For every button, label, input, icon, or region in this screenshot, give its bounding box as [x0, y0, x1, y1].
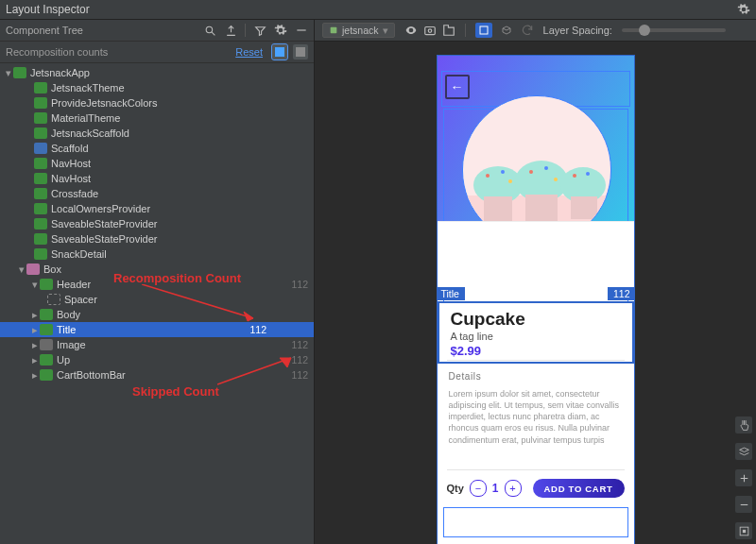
svg-rect-4 [296, 47, 305, 57]
selection-badge-right: 112 [608, 287, 635, 300]
qty-minus[interactable]: − [470, 480, 487, 497]
reset-link[interactable]: Reset [235, 46, 263, 58]
process-selector[interactable]: jetsnack▾ [322, 23, 395, 38]
tree-item[interactable]: JetsnackTheme [0, 80, 314, 95]
qty-plus[interactable]: + [505, 480, 522, 497]
image-icon [40, 339, 53, 350]
selection-badge-left: Title [437, 287, 465, 300]
svg-rect-10 [424, 27, 435, 35]
svg-point-16 [486, 174, 490, 178]
annotation-skipped: Skipped Count [132, 384, 219, 399]
page-title: Layout Inspector [6, 3, 90, 16]
tree-item[interactable]: JetsnackScaffold [0, 126, 314, 141]
svg-point-27 [586, 172, 590, 176]
filter-icon[interactable] [253, 24, 266, 37]
zoom-out-icon[interactable] [735, 496, 752, 513]
separator [245, 24, 246, 37]
snapshot-icon[interactable] [423, 24, 437, 37]
svg-line-7 [217, 358, 291, 384]
qty-label: Qty [447, 483, 464, 494]
tree-item[interactable]: SaveableStateProvider [0, 231, 314, 246]
svg-rect-29 [742, 529, 745, 532]
pan-icon[interactable] [735, 416, 752, 434]
component-tree[interactable]: ▾JetsnackApp JetsnackThemeProvideJetsnac… [0, 63, 314, 544]
tree-item[interactable]: SnackDetail [0, 246, 314, 262]
panel-label: Component Tree [6, 25, 83, 36]
search-icon[interactable] [203, 24, 216, 37]
deep-inspect-icon[interactable] [442, 24, 455, 37]
tree-image[interactable]: ▸Image112 [0, 337, 314, 352]
tree-item[interactable]: NavHost [0, 156, 314, 171]
product-price: $2.99 [451, 344, 621, 358]
tree-item[interactable]: LocalOwnersProvider [0, 201, 314, 216]
svg-rect-12 [480, 26, 488, 34]
svg-point-26 [573, 174, 576, 178]
tree-item[interactable]: Scaffold [0, 141, 314, 156]
spacer-icon [47, 294, 60, 305]
product-name: Cupcake [451, 309, 621, 330]
recomposition-label: Recomposition counts [6, 46, 108, 58]
svg-point-23 [554, 178, 558, 181]
hide-icon[interactable] [295, 24, 308, 37]
svg-point-11 [428, 29, 432, 32]
refresh-icon[interactable] [521, 24, 534, 37]
svg-line-1 [212, 32, 215, 35]
tree-item[interactable]: Crossfade [0, 186, 314, 201]
product-tagline: A tag line [451, 331, 621, 342]
svg-rect-2 [297, 29, 305, 30]
tree-item[interactable]: NavHost [0, 171, 314, 186]
tree-box[interactable]: ▾Box [0, 262, 314, 277]
layout-preview-panel: jetsnack▾ Layer Spacing: ← [315, 20, 756, 544]
svg-point-18 [508, 179, 512, 183]
layout-icon [26, 264, 40, 275]
svg-rect-20 [525, 195, 558, 221]
svg-point-0 [206, 26, 213, 33]
layer-spacing-slider[interactable] [622, 28, 726, 32]
svg-point-17 [501, 170, 505, 174]
compose-icon [13, 67, 26, 78]
settings-icon[interactable] [274, 24, 287, 37]
svg-point-22 [544, 166, 548, 170]
tree-item[interactable]: MaterialTheme [0, 110, 314, 126]
device-preview[interactable]: ← Title 112 Cupcake [437, 55, 635, 544]
layer-spacing-label: Layer Spacing: [543, 25, 612, 36]
view-mode-recomp[interactable] [272, 44, 287, 60]
add-to-cart-button[interactable]: ADD TO CART [533, 479, 625, 498]
svg-rect-15 [484, 196, 512, 221]
svg-point-21 [529, 170, 533, 174]
layers-icon[interactable] [735, 443, 752, 460]
details-header: Details [449, 371, 482, 382]
zoom-in-icon[interactable] [735, 469, 752, 486]
tree-item[interactable]: SaveableStateProvider [0, 216, 314, 231]
gear-icon[interactable] [737, 3, 750, 16]
visibility-icon[interactable] [404, 24, 418, 37]
tree-item[interactable]: ProvideJetsnackColors [0, 95, 314, 110]
svg-rect-3 [275, 47, 284, 57]
svg-rect-25 [571, 196, 597, 219]
view-mode-skipped[interactable] [293, 44, 308, 60]
details-text: Lorem ipsum dolor sit amet, consectetur … [449, 388, 623, 446]
qty-value: 1 [492, 482, 499, 495]
svg-marker-8 [280, 358, 291, 367]
svg-line-5 [142, 284, 253, 318]
tree-title-selected[interactable]: ▸Title112 [0, 322, 314, 337]
component-tree-panel: Component Tree Recomposition counts Rese… [0, 20, 315, 544]
export-icon[interactable] [224, 24, 237, 37]
svg-marker-6 [244, 312, 253, 321]
fit-icon[interactable] [735, 522, 752, 539]
mode-2d[interactable] [475, 23, 492, 38]
mode-3d[interactable] [498, 23, 515, 38]
svg-rect-9 [331, 27, 337, 34]
